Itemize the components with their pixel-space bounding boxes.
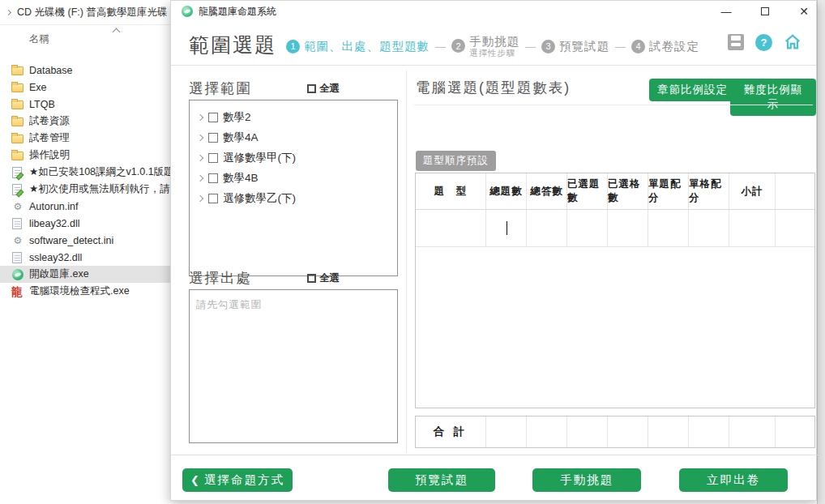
column-header: 單題配分	[648, 173, 689, 209]
tree-item[interactable]: 數學4A	[194, 127, 392, 147]
list-item[interactable]: ★如已安裝108課綱之v1.0.1版題	[0, 164, 172, 181]
gear-file-icon: ⚙	[11, 200, 24, 213]
source-list-box[interactable]: 請先勾選範圍	[189, 289, 398, 443]
list-item[interactable]: LTQB	[0, 96, 172, 113]
close-button[interactable]: ✕	[790, 1, 818, 22]
list-item[interactable]: Exe	[0, 79, 172, 96]
minimize-button[interactable]: —	[712, 1, 740, 22]
table-cell[interactable]	[416, 210, 486, 246]
chapter-ratio-button[interactable]: 章節比例設定	[649, 79, 736, 101]
step-3[interactable]: 3 預覽試題	[541, 39, 609, 54]
checkbox-icon[interactable]	[208, 113, 218, 122]
column-header: 小計	[729, 173, 776, 209]
tree-item[interactable]: 選修數學乙(下)	[194, 188, 392, 208]
total-cell	[689, 416, 729, 447]
table-cell[interactable]	[608, 210, 648, 246]
question-type-table: 題 型 總題數 總答數 已選題數 已選格數 單題配分 單格配分 小計	[415, 173, 815, 408]
file-name: libeay32.dll	[29, 218, 80, 229]
list-item[interactable]: 龍電腦環境檢查程式.exe	[0, 283, 172, 300]
divider	[414, 105, 813, 105]
column-header: 已選格數	[608, 173, 648, 209]
table-cell[interactable]	[689, 210, 729, 246]
step-separator: —	[525, 41, 536, 53]
chevron-right-icon[interactable]	[197, 174, 203, 181]
list-item[interactable]: ★初次使用或無法順利執行，請	[0, 181, 172, 198]
list-item[interactable]: ssleay32.dll	[0, 249, 172, 266]
list-item[interactable]: ⚙Autorun.inf	[0, 198, 172, 215]
checkbox-icon[interactable]	[307, 84, 316, 93]
tree-item[interactable]: 數學4B	[194, 168, 392, 188]
tree-item-label: 選修數學乙(下)	[223, 191, 296, 206]
chevron-right-icon[interactable]	[197, 134, 203, 140]
step-4[interactable]: 4 試卷設定	[631, 39, 699, 54]
app-title: 龍騰題庫命題系統	[199, 5, 276, 19]
chevron-left-icon: ❮	[190, 474, 199, 486]
list-item-selected[interactable]: 開啟題庫.exe	[0, 266, 172, 283]
list-item[interactable]: ⚙software_detect.ini	[0, 232, 172, 249]
list-item[interactable]: libeay32.dll	[0, 215, 172, 232]
file-name: LTQB	[29, 99, 55, 110]
folder-icon	[11, 132, 24, 145]
range-select-all[interactable]: 全選	[307, 82, 340, 96]
column-header: 題 型	[416, 173, 486, 209]
header: 範圍選題 1 範圍、出處、題型題數 — 2 手動挑題 選擇性步驟 — 3 預覽試…	[171, 22, 816, 66]
drive-label: CD 光碟機 (F:) 普高數學題庫光碟	[17, 6, 167, 19]
folder-icon	[11, 98, 24, 111]
table-cell[interactable]	[776, 210, 814, 246]
total-cell	[486, 416, 527, 447]
table-cell[interactable]	[729, 210, 776, 246]
gear-file-icon: ⚙	[11, 234, 24, 247]
total-label-cell: 合 計	[416, 416, 486, 447]
tree-item-label: 數學2	[223, 110, 251, 125]
column-header-name[interactable]: 名稱	[29, 32, 49, 46]
chevron-right-icon[interactable]	[197, 154, 203, 160]
explorer-drive-item[interactable]: CD 光碟機 (F:) 普高數學題庫光碟	[0, 3, 167, 21]
column-header: 總答數	[527, 173, 567, 209]
list-item[interactable]: 試卷管理	[0, 130, 172, 147]
tree-item[interactable]: 選修數學甲(下)	[194, 147, 392, 168]
preview-questions-button[interactable]: 預覽試題	[388, 468, 495, 492]
step-2[interactable]: 2 手動挑題 選擇性步驟	[451, 35, 519, 58]
list-item[interactable]: 操作說明	[0, 147, 172, 164]
table-cell-focused[interactable]	[486, 210, 527, 246]
chevron-right-icon[interactable]	[197, 194, 203, 201]
maximize-button[interactable]	[751, 1, 779, 22]
maximize-icon	[761, 7, 769, 15]
tree-item-label: 選修數學甲(下)	[223, 151, 296, 165]
list-item[interactable]: Database	[0, 62, 172, 79]
checkbox-icon[interactable]	[307, 274, 316, 283]
checkbox-icon[interactable]	[208, 194, 218, 203]
total-cell	[776, 416, 814, 447]
list-item[interactable]: 試卷資源	[0, 113, 172, 130]
checkbox-icon[interactable]	[208, 133, 218, 143]
generate-exam-button[interactable]: 立即出卷	[679, 468, 788, 492]
checkbox-icon[interactable]	[208, 153, 218, 163]
divider	[171, 455, 818, 455]
total-cell	[648, 416, 689, 447]
table-cell[interactable]	[527, 210, 567, 246]
step-1-label: 範圍、出處、題型題數	[304, 39, 430, 54]
file-name: 電腦環境檢查程式.exe	[29, 284, 130, 298]
table-cell[interactable]	[567, 210, 608, 246]
help-icon[interactable]: ?	[755, 34, 772, 51]
home-icon[interactable]	[784, 33, 801, 51]
total-cell	[567, 416, 608, 447]
save-icon[interactable]	[728, 34, 744, 50]
back-to-method-button[interactable]: ❮ 選擇命題方式	[182, 468, 293, 492]
difficulty-ratio-button[interactable]: 難度比例顯示	[730, 79, 816, 116]
source-placeholder: 請先勾選範圍	[196, 299, 262, 310]
manual-pick-button[interactable]: 手動挑題	[532, 468, 641, 492]
desktop-edge-strip	[817, 0, 825, 504]
table-header-row: 題 型 總題數 總答數 已選題數 已選格數 單題配分 單格配分 小計	[416, 173, 814, 210]
chevron-expand-icon[interactable]	[6, 9, 11, 15]
source-select-all[interactable]: 全選	[307, 271, 340, 285]
tree-item[interactable]: 數學2	[194, 107, 392, 127]
chevron-right-icon[interactable]	[197, 113, 203, 120]
step-1[interactable]: 1 範圍、出處、題型題數	[286, 39, 430, 54]
table-cell[interactable]	[648, 210, 689, 246]
type-order-button[interactable]: 題型順序預設	[416, 151, 496, 171]
app-red-icon: 龍	[11, 285, 24, 298]
sort-asc-icon[interactable]	[113, 28, 121, 36]
checkbox-icon[interactable]	[208, 173, 218, 183]
page-title: 範圍選題	[189, 32, 276, 58]
